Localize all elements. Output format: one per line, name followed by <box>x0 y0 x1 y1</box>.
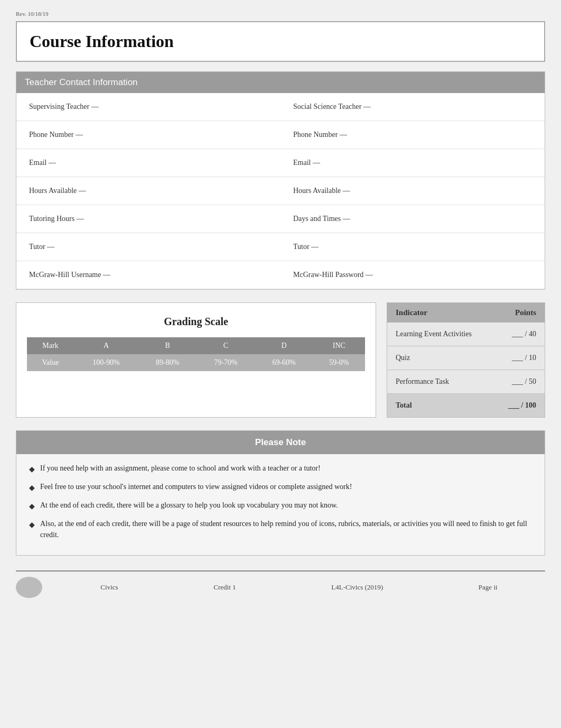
value-label: Value <box>27 354 74 371</box>
email-right-label: Email — <box>280 149 545 177</box>
c-value: 79-70% <box>197 354 255 371</box>
tutor-left-label: Tutor — <box>16 233 280 261</box>
note-item-3: ◆ At the end of each credit, there will … <box>29 500 532 512</box>
social-science-teacher-label: Social Science Teacher — <box>280 93 545 121</box>
inc-header: INC <box>313 337 365 354</box>
b-value: 89-80% <box>138 354 197 371</box>
total-row: Total ___ / 100 <box>387 394 545 417</box>
phone-number-left-label: Phone Number — <box>16 121 280 149</box>
please-note-header: Please Note <box>16 431 545 454</box>
supervising-teacher-label: Supervising Teacher — <box>16 93 280 121</box>
total-label: Total <box>396 401 494 410</box>
points-box: Indicator Points Learning Event Activiti… <box>387 302 545 418</box>
footer-edition: L4L-Civics (2019) <box>331 583 383 592</box>
performance-task-label: Performance Task <box>396 377 494 386</box>
indicator-column-header: Indicator <box>396 308 494 317</box>
footer-subject: Civics <box>100 583 118 592</box>
footer-page-label: Page <box>479 583 492 591</box>
performance-task-row: Performance Task ___ / 50 <box>387 370 545 394</box>
mcgraw-password-label: McGraw-Hill Password — <box>280 261 545 289</box>
tutor-right-label: Tutor — <box>280 233 545 261</box>
footer-page: Page ii <box>479 583 498 592</box>
points-column-header: Points <box>494 308 536 317</box>
b-header: B <box>138 337 197 354</box>
grading-scale-box: Grading Scale Mark A B C D INC Value 100… <box>16 302 376 418</box>
mcgraw-username-label: McGraw-Hill Username — <box>16 261 280 289</box>
d-header: D <box>255 337 313 354</box>
footer-items: Civics Credit 1 L4L-Civics (2019) Page i… <box>53 583 545 592</box>
page-title: Course Information <box>30 32 531 51</box>
note-item-1: ◆ If you need help with an assignment, p… <box>29 463 532 475</box>
footer-logo <box>16 577 42 598</box>
grading-table: Mark A B C D INC Value 100-90% 89-80% 79… <box>27 337 365 371</box>
inc-value: 59-0% <box>313 354 365 371</box>
rev-note: Rev. 10/18/19 <box>16 11 545 17</box>
points-header: Indicator Points <box>387 303 545 322</box>
bullet-icon-3: ◆ <box>29 501 35 512</box>
hours-available-left-label: Hours Available — <box>16 177 280 205</box>
bottom-section: Grading Scale Mark A B C D INC Value 100… <box>16 302 545 418</box>
bullet-icon-2: ◆ <box>29 482 35 493</box>
please-note-content: ◆ If you need help with an assignment, p… <box>16 454 545 555</box>
note-text-1: If you need help with an assignment, ple… <box>40 463 321 474</box>
quiz-value: ___ / 10 <box>494 354 536 362</box>
days-and-times-label: Days and Times — <box>280 205 545 233</box>
note-item-4: ◆ Also, at the end of each credit, there… <box>29 518 532 540</box>
bullet-icon-4: ◆ <box>29 519 35 530</box>
grading-scale-title: Grading Scale <box>27 316 365 328</box>
learning-event-label: Learning Event Activities <box>396 330 494 338</box>
note-text-4: Also, at the end of each credit, there w… <box>40 518 532 540</box>
note-item-2: ◆ Feel free to use your school's interne… <box>29 481 532 493</box>
learning-event-row: Learning Event Activities ___ / 40 <box>387 322 545 346</box>
quiz-label: Quiz <box>396 354 494 362</box>
page-title-box: Course Information <box>16 21 545 62</box>
c-header: C <box>197 337 255 354</box>
mark-header: Mark <box>27 337 74 354</box>
page-footer: Civics Credit 1 L4L-Civics (2019) Page i… <box>16 570 545 598</box>
teacher-contact-section: Teacher Contact Information Supervising … <box>16 71 545 290</box>
learning-event-value: ___ / 40 <box>494 330 536 338</box>
total-value: ___ / 100 <box>494 401 536 410</box>
please-note-section: Please Note ◆ If you need help with an a… <box>16 430 545 556</box>
note-text-3: At the end of each credit, there will be… <box>40 500 338 511</box>
footer-credit: Credit 1 <box>213 583 236 592</box>
note-text-2: Feel free to use your school's internet … <box>40 481 352 492</box>
hours-available-right-label: Hours Available — <box>280 177 545 205</box>
contact-grid: Supervising Teacher — Social Science Tea… <box>16 93 545 289</box>
footer-page-num: ii <box>493 583 497 591</box>
grading-header-row: Mark A B C D INC <box>27 337 365 354</box>
bullet-icon-1: ◆ <box>29 464 35 475</box>
teacher-contact-header: Teacher Contact Information <box>16 72 545 93</box>
a-value: 100-90% <box>74 354 138 371</box>
quiz-row: Quiz ___ / 10 <box>387 346 545 370</box>
tutoring-hours-label: Tutoring Hours — <box>16 205 280 233</box>
grading-value-row: Value 100-90% 89-80% 79-70% 69-60% 59-0% <box>27 354 365 371</box>
performance-task-value: ___ / 50 <box>494 377 536 386</box>
email-left-label: Email — <box>16 149 280 177</box>
phone-number-right-label: Phone Number — <box>280 121 545 149</box>
a-header: A <box>74 337 138 354</box>
d-value: 69-60% <box>255 354 313 371</box>
